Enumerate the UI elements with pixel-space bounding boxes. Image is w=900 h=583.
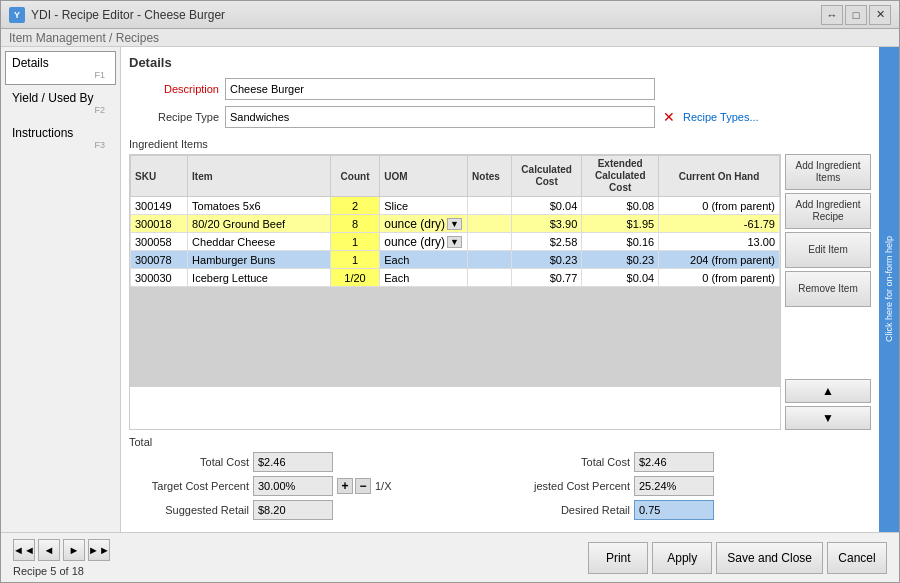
suggested-cost-percent-row: jested Cost Percent bbox=[510, 476, 871, 496]
table-cell-calc-cost: $0.23 bbox=[512, 251, 582, 269]
total-cost-input-right[interactable] bbox=[634, 452, 714, 472]
ingredient-table: SKU Item Count UOM Notes CalculatedCost … bbox=[130, 155, 780, 287]
close-button[interactable]: ✕ bbox=[869, 5, 891, 25]
table-cell-on-hand: -61.79 bbox=[659, 215, 780, 233]
ingredient-items-title: Ingredient Items bbox=[129, 138, 871, 150]
print-button[interactable]: Print bbox=[588, 542, 648, 574]
nav-prev-button[interactable]: ◄ bbox=[38, 539, 60, 561]
help-bar[interactable]: Click here for on-form help bbox=[879, 47, 899, 532]
table-cell-ext-calc-cost: $0.23 bbox=[582, 251, 659, 269]
plus-button[interactable]: + bbox=[337, 478, 353, 494]
recipe-type-label: Recipe Type bbox=[129, 111, 219, 123]
table-cell-ext-calc-cost: $0.04 bbox=[582, 269, 659, 287]
table-cell-count[interactable] bbox=[330, 215, 379, 233]
sidebar-f3-label: F3 bbox=[12, 140, 109, 150]
table-cell-calc-cost: $3.90 bbox=[512, 215, 582, 233]
description-label: Description bbox=[129, 83, 219, 95]
footer-left: ◄◄ ◄ ► ►► Recipe 5 of 18 bbox=[13, 539, 110, 577]
target-cost-label: Target Cost Percent bbox=[129, 480, 249, 492]
table-cell-sku: 300058 bbox=[131, 233, 188, 251]
table-cell-notes bbox=[468, 233, 512, 251]
minus-button[interactable]: − bbox=[355, 478, 371, 494]
ingredient-section: Ingredient Items SKU Item Count UOM Note… bbox=[129, 138, 871, 430]
recipe-types-link[interactable]: Recipe Types... bbox=[683, 111, 759, 123]
recipe-type-controls: Sandwiches ✕ Recipe Types... bbox=[225, 106, 759, 128]
table-cell-on-hand: 0 (from parent) bbox=[659, 269, 780, 287]
content-area: Details Description Recipe Type Sandwich… bbox=[121, 47, 879, 532]
footer: ◄◄ ◄ ► ►► Recipe 5 of 18 Print Apply Sav… bbox=[1, 532, 899, 582]
target-cost-percent-input[interactable] bbox=[253, 476, 333, 496]
add-ingredient-recipe-button[interactable]: Add Ingredient Recipe bbox=[785, 193, 871, 229]
recipe-type-wrapper: Sandwiches bbox=[225, 106, 655, 128]
suggested-cost-percent-input[interactable] bbox=[634, 476, 714, 496]
table-cell-ext-calc-cost: $0.08 bbox=[582, 197, 659, 215]
total-cost-input-left[interactable] bbox=[253, 452, 333, 472]
total-cost-label-left: Total Cost bbox=[129, 456, 249, 468]
table-cell-item: 80/20 Ground Beef bbox=[188, 215, 331, 233]
table-cell-calc-cost: $0.04 bbox=[512, 197, 582, 215]
sidebar: Details F1 Yield / Used By F2 Instructio… bbox=[1, 47, 121, 532]
description-input[interactable] bbox=[225, 78, 655, 100]
table-cell-on-hand: 13.00 bbox=[659, 233, 780, 251]
th-notes: Notes bbox=[468, 156, 512, 197]
sidebar-item-yield[interactable]: Yield / Used By F2 bbox=[5, 86, 116, 120]
nav-last-button[interactable]: ►► bbox=[88, 539, 110, 561]
suggested-retail-input[interactable] bbox=[253, 500, 333, 520]
apply-button[interactable]: Apply bbox=[652, 542, 712, 574]
table-cell-count[interactable] bbox=[330, 251, 379, 269]
target-cost-row: Target Cost Percent + − 1/X bbox=[129, 476, 490, 496]
table-cell-count[interactable] bbox=[330, 197, 379, 215]
fraction-label: 1/X bbox=[375, 480, 392, 492]
sidebar-item-details[interactable]: Details F1 bbox=[5, 51, 116, 85]
table-cell-notes bbox=[468, 215, 512, 233]
table-cell-item: Hamburger Buns bbox=[188, 251, 331, 269]
breadcrumb: Item Management / Recipes bbox=[1, 29, 899, 47]
sidebar-item-instructions[interactable]: Instructions F3 bbox=[5, 121, 116, 155]
edit-item-button[interactable]: Edit Item bbox=[785, 232, 871, 268]
nav-first-button[interactable]: ◄◄ bbox=[13, 539, 35, 561]
nav-next-button[interactable]: ► bbox=[63, 539, 85, 561]
main-window: Y YDI - Recipe Editor - Cheese Burger ↔ … bbox=[0, 0, 900, 583]
title-bar: Y YDI - Recipe Editor - Cheese Burger ↔ … bbox=[1, 1, 899, 29]
recipe-type-select[interactable]: Sandwiches bbox=[225, 106, 655, 128]
table-cell-sku: 300030 bbox=[131, 269, 188, 287]
app-icon: Y bbox=[9, 7, 25, 23]
ingredient-table-container: SKU Item Count UOM Notes CalculatedCost … bbox=[129, 154, 781, 430]
table-cell-item: Tomatoes 5x6 bbox=[188, 197, 331, 215]
desired-retail-label: Desired Retail bbox=[510, 504, 630, 516]
section-title: Details bbox=[129, 55, 871, 70]
table-cell-on-hand: 0 (from parent) bbox=[659, 197, 780, 215]
spacer bbox=[785, 310, 871, 376]
total-cost-row-left: Total Cost bbox=[129, 452, 490, 472]
table-cell-count[interactable] bbox=[330, 269, 379, 287]
maximize-button[interactable]: □ bbox=[845, 5, 867, 25]
delete-icon[interactable]: ✕ bbox=[663, 109, 675, 125]
table-cell-count[interactable] bbox=[330, 233, 379, 251]
window-title: YDI - Recipe Editor - Cheese Burger bbox=[31, 8, 225, 22]
totals-section: Total Total Cost Target Cost Percent + bbox=[129, 436, 871, 524]
table-cell-on-hand: 204 (from parent) bbox=[659, 251, 780, 269]
remove-item-button[interactable]: Remove Item bbox=[785, 271, 871, 307]
move-up-button[interactable]: ▲ bbox=[785, 379, 871, 403]
cancel-button[interactable]: Cancel bbox=[827, 542, 887, 574]
table-cell-uom: Slice bbox=[380, 197, 468, 215]
help-text: Click here for on-form help bbox=[884, 236, 894, 342]
move-down-button[interactable]: ▼ bbox=[785, 406, 871, 430]
footer-right: Print Apply Save and Close Cancel bbox=[588, 542, 887, 574]
table-cell-ext-calc-cost: $1.95 bbox=[582, 215, 659, 233]
desired-retail-input[interactable] bbox=[634, 500, 714, 520]
table-cell-uom: ounce (dry) ▼ bbox=[380, 233, 468, 251]
save-close-button[interactable]: Save and Close bbox=[716, 542, 823, 574]
table-cell-notes bbox=[468, 269, 512, 287]
recipe-type-row: Recipe Type Sandwiches ✕ Recipe Types... bbox=[129, 106, 871, 128]
add-ingredient-items-button[interactable]: Add Ingredient Items bbox=[785, 154, 871, 190]
table-cell-calc-cost: $0.77 bbox=[512, 269, 582, 287]
minimize-button[interactable]: ↔ bbox=[821, 5, 843, 25]
table-cell-notes bbox=[468, 197, 512, 215]
title-bar-left: Y YDI - Recipe Editor - Cheese Burger bbox=[9, 7, 225, 23]
suggested-retail-row: Suggested Retail bbox=[129, 500, 490, 520]
table-cell-sku: 300078 bbox=[131, 251, 188, 269]
table-cell-item: Iceberg Lettuce bbox=[188, 269, 331, 287]
table-cell-item: Cheddar Cheese bbox=[188, 233, 331, 251]
recipe-count: Recipe 5 of 18 bbox=[13, 565, 110, 577]
